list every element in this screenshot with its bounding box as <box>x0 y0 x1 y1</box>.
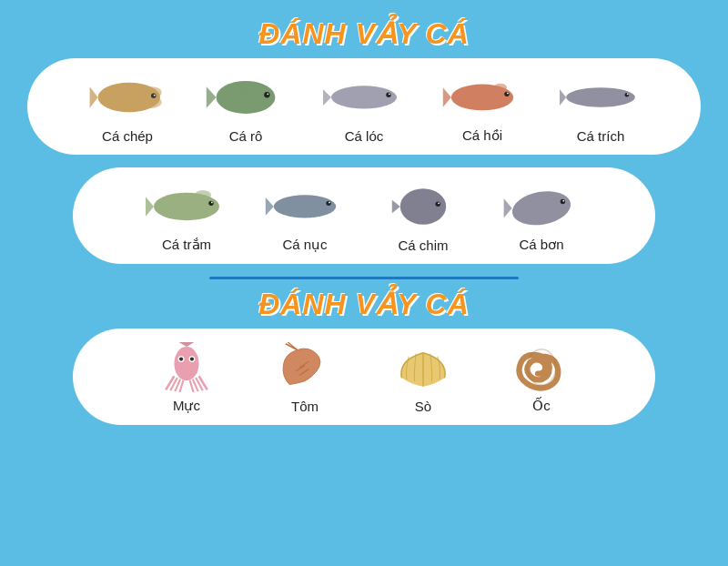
fish-image-r2-1 <box>264 178 346 233</box>
svg-point-33 <box>400 188 446 225</box>
fish-label-2: Cá lóc <box>345 128 384 144</box>
fish-row-2: Cá trắm Cá nục Cá chim Cá bơn <box>73 167 655 264</box>
seafood-item-Sò: Sò <box>373 340 473 414</box>
svg-point-9 <box>264 92 269 97</box>
fish-image-3 <box>437 69 528 124</box>
svg-point-11 <box>331 86 397 108</box>
fish-image-r2-3 <box>500 178 582 233</box>
fish-item-Cá-chép: Cá chép <box>73 70 182 144</box>
fish-item-Cá-nục: Cá nục <box>255 178 355 253</box>
svg-point-31 <box>326 200 330 205</box>
fish-label-r2-1: Cá nục <box>282 237 327 253</box>
fish-item-Cá-hồi: Cá hồi <box>428 69 537 144</box>
seafood-image-2 <box>382 340 464 395</box>
svg-point-17 <box>494 83 507 91</box>
fish-image-4 <box>555 70 646 125</box>
seafood-item-Mực: Mực <box>136 339 237 414</box>
fish-label-r2-2: Cá chim <box>398 238 448 253</box>
seafood-image-3 <box>500 339 582 394</box>
fish-item-Cá-rô: Cá rô <box>191 70 300 144</box>
svg-point-26 <box>195 189 211 199</box>
svg-marker-12 <box>323 89 331 106</box>
fish-item-Cá-bơn: Cá bơn <box>491 178 592 253</box>
svg-point-28 <box>211 201 213 203</box>
seafood-label-3: Ốc <box>532 398 551 414</box>
svg-point-13 <box>386 93 390 97</box>
svg-point-23 <box>627 93 629 95</box>
fish-label-3: Cá hồi <box>462 127 502 144</box>
svg-marker-21 <box>560 89 566 106</box>
seafood-item-Ốc: Ốc <box>491 339 592 414</box>
svg-marker-34 <box>392 200 400 213</box>
seafood-label-1: Tôm <box>291 399 318 414</box>
svg-point-22 <box>625 93 630 97</box>
divider-line <box>209 277 519 279</box>
svg-point-10 <box>267 93 268 95</box>
svg-point-36 <box>438 202 440 204</box>
svg-point-19 <box>507 92 509 94</box>
svg-point-54 <box>190 357 194 360</box>
svg-point-41 <box>174 347 198 380</box>
svg-point-27 <box>208 200 213 205</box>
svg-point-4 <box>151 93 156 97</box>
fish-image-1 <box>200 70 291 125</box>
fish-item-Cá-chim: Cá chim <box>373 179 473 253</box>
svg-point-52 <box>179 357 183 360</box>
svg-marker-1 <box>90 86 98 107</box>
fish-label-0: Cá chép <box>102 128 153 144</box>
svg-point-3 <box>142 96 162 108</box>
seafood-row-3: Mực Tôm Sò <box>73 328 655 425</box>
svg-marker-7 <box>207 86 217 107</box>
svg-point-18 <box>504 91 509 96</box>
svg-rect-8 <box>241 83 248 95</box>
svg-point-40 <box>562 199 564 201</box>
seafood-image-0 <box>146 339 228 394</box>
fish-item-Cá-trắm: Cá trắm <box>136 178 237 253</box>
svg-point-20 <box>566 87 635 107</box>
seafood-image-1 <box>264 340 346 395</box>
svg-marker-38 <box>504 197 512 217</box>
fish-image-2 <box>318 70 410 125</box>
section-title-2: ĐÁNH VẢY CÁ <box>258 287 470 321</box>
svg-marker-30 <box>266 197 274 216</box>
svg-point-32 <box>329 201 330 203</box>
svg-marker-16 <box>443 87 451 107</box>
fish-image-0 <box>82 70 173 125</box>
svg-point-5 <box>154 95 156 96</box>
seafood-label-2: Sò <box>415 399 431 414</box>
svg-marker-25 <box>146 197 154 217</box>
fish-item-Cá-trích: Cá trích <box>546 70 655 144</box>
fish-image-r2-2 <box>382 179 464 234</box>
svg-marker-42 <box>179 342 195 347</box>
fish-label-4: Cá trích <box>577 128 625 144</box>
fish-label-1: Cá rô <box>229 128 263 144</box>
fish-label-r2-0: Cá trắm <box>162 237 211 253</box>
svg-point-35 <box>436 202 440 207</box>
svg-point-37 <box>510 187 573 229</box>
fish-item-Cá-lóc: Cá lóc <box>309 70 419 144</box>
svg-point-39 <box>561 198 565 203</box>
seafood-item-Tôm: Tôm <box>255 340 355 414</box>
section-title-1: ĐÁNH VẢY CÁ <box>258 16 470 51</box>
seafood-label-0: Mực <box>173 398 200 414</box>
fish-image-r2-0 <box>146 178 228 233</box>
svg-point-29 <box>274 195 336 217</box>
fish-label-r2-3: Cá bơn <box>519 237 563 253</box>
fish-row-1: Cá chép Cá rô Cá lóc <box>27 58 701 155</box>
svg-point-14 <box>389 93 390 95</box>
